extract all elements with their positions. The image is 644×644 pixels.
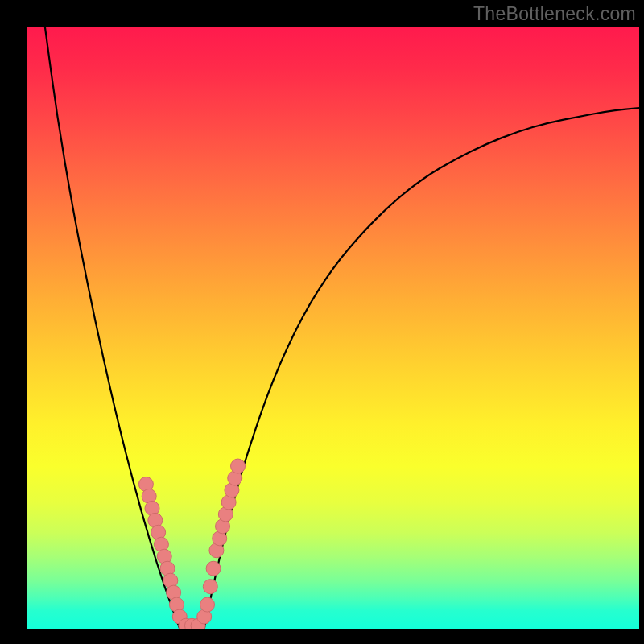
scatter-point	[231, 459, 246, 473]
scatter-point	[206, 561, 221, 576]
scatter-points	[138, 459, 245, 629]
scatter-point	[203, 580, 217, 594]
watermark-label: TheBottleneck.com	[473, 3, 636, 25]
chart-frame: TheBottleneck.com	[0, 0, 644, 644]
scatter-point	[200, 597, 214, 612]
scatter-layer	[27, 27, 639, 629]
